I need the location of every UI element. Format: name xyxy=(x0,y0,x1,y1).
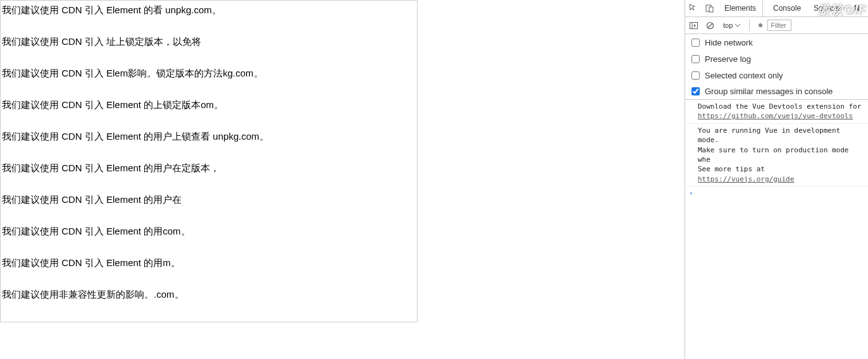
selected-context-label: Selected context only xyxy=(705,71,783,80)
tab-network[interactable]: N xyxy=(850,0,864,16)
group-similar-label: Group similar messages in console xyxy=(705,87,833,96)
content-inner: 我们建议使用 CDN 引入 Element 的看 unpkg.com。 我们建议… xyxy=(1,1,417,304)
svg-rect-1 xyxy=(709,7,713,12)
content-line: 我们建议使用 CDN 引入 Element 的看 unpkg.com。 xyxy=(2,1,416,20)
content-line: 我们建议使用非兼容性更新的影响。.com。 xyxy=(2,285,416,304)
hide-network-label: Hide network xyxy=(705,38,753,47)
selected-context-checkbox[interactable] xyxy=(691,71,700,80)
preserve-log-label: Preserve log xyxy=(705,54,751,64)
filter-input[interactable] xyxy=(767,20,791,31)
preserve-log-checkbox[interactable] xyxy=(691,55,700,63)
content-line: 我们建议使用 CDN 引入 Element 的用com。 xyxy=(2,222,416,241)
content-line: 我们建议使用 CDN 引入 Element 的用户上锁查看 unpkg.com。 xyxy=(2,127,416,146)
svg-line-5 xyxy=(708,23,712,28)
clear-console-icon[interactable] xyxy=(704,20,716,31)
live-expression-icon[interactable] xyxy=(759,23,762,27)
devtools-panel: Elements Console Sources N 傲软GIF top Hid… xyxy=(685,0,868,359)
content-line: 我们建议使用 CDN 引入 Element 的上锁定版本om。 xyxy=(2,95,416,114)
content-line: 我们建议使用 CDN 引入 Elem影响。锁定版本的方法kg.com。 xyxy=(2,64,416,83)
content-line: 我们建议使用 CDN 引入 Element 的用户在 xyxy=(2,190,416,209)
context-selector[interactable]: top xyxy=(721,20,750,31)
device-toolbar-icon[interactable] xyxy=(704,3,716,14)
group-similar-checkbox-row[interactable]: Group similar messages in console xyxy=(685,83,868,100)
hide-network-checkbox-row[interactable]: Hide network xyxy=(685,34,868,51)
selected-context-checkbox-row[interactable]: Selected context only xyxy=(685,67,868,83)
content-line: 我们建议使用 CDN 引入 Element 的用户在定版本， xyxy=(2,159,416,178)
console-link[interactable]: https://github.com/vuejs/vue-devtools xyxy=(698,112,853,120)
spacer xyxy=(418,0,685,359)
inspect-element-icon[interactable] xyxy=(688,3,699,14)
content-line: 我们建议使用 CDN 引入 址上锁定版本，以免将 xyxy=(2,32,416,51)
console-output: Download the Vue Devtools extension for … xyxy=(685,100,868,359)
console-message: Download the Vue Devtools extension for … xyxy=(685,100,868,124)
hide-network-checkbox[interactable] xyxy=(691,39,700,47)
content-line: 我们建议使用 CDN 引入 Element 的用m。 xyxy=(2,253,416,272)
tab-sources[interactable]: Sources xyxy=(810,0,845,16)
tab-elements[interactable]: Elements xyxy=(721,0,763,16)
console-message: You are running Vue in development mode.… xyxy=(685,124,868,186)
console-prompt[interactable]: › xyxy=(685,186,868,200)
console-toolbar-row: top xyxy=(685,17,868,34)
tab-console[interactable]: Console xyxy=(769,0,805,16)
group-similar-checkbox[interactable] xyxy=(691,87,700,95)
preserve-log-checkbox-row[interactable]: Preserve log xyxy=(685,51,868,67)
console-link[interactable]: https://vuejs.org/guide xyxy=(698,175,794,183)
chevron-down-icon xyxy=(735,24,740,27)
devtools-tabs-row: Elements Console Sources N 傲软GIF xyxy=(685,0,868,17)
content-scroll-area[interactable]: 我们建议使用 CDN 引入 Element 的看 unpkg.com。 我们建议… xyxy=(0,0,418,322)
console-sidebar-toggle-icon[interactable] xyxy=(688,20,699,31)
context-label: top xyxy=(723,21,733,29)
